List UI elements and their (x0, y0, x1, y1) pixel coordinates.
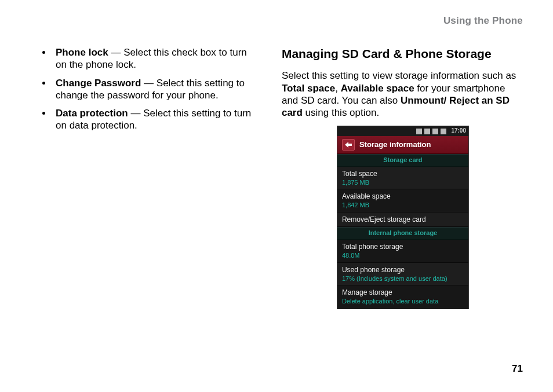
right-column: Managing SD Card & Phone Storage Select … (282, 46, 524, 309)
battery-icon (441, 129, 446, 134)
bullet-item: Change Password — Select this setting to… (52, 77, 259, 102)
page-number: 71 (512, 363, 523, 375)
row-label: Used phone storage (342, 266, 464, 274)
available-space-row[interactable]: Available space 1,842 MB (337, 189, 468, 213)
row-value: 48.0M (342, 252, 464, 260)
bullet-item: Phone lock — Select this check box to tu… (52, 46, 259, 71)
section-header-label: Using the Phone (443, 15, 523, 27)
row-label: Remove/Eject storage card (342, 215, 464, 224)
row-value: Delete application, clear user data (342, 298, 464, 306)
text-run: , (335, 83, 340, 94)
internal-storage-section-header: Internal phone storage (337, 227, 468, 240)
phone-screenshot: 17:00 Storage information Storage card T… (337, 126, 469, 309)
bullet-term: Phone lock (56, 47, 108, 58)
phone-status-bar: 17:00 (337, 126, 468, 136)
section-paragraph: Select this setting to view storage info… (282, 69, 524, 119)
row-value: 17% (Includes system and user data) (342, 275, 464, 283)
bullet-list: Phone lock — Select this check box to tu… (35, 46, 259, 132)
signal-icon (416, 129, 422, 134)
network-icon (424, 129, 430, 134)
wifi-icon (432, 129, 438, 134)
total-space-row[interactable]: Total space 1,875 MB (337, 167, 468, 190)
text-bold: Available space (341, 83, 414, 94)
bullet-term: Data protection (56, 108, 128, 119)
status-time: 17:00 (451, 127, 466, 135)
back-icon[interactable] (342, 139, 355, 151)
two-column-layout: Phone lock — Select this check box to tu… (35, 46, 524, 309)
text-run: Select this setting to view storage info… (282, 70, 516, 81)
bullet-term: Change Password (56, 78, 141, 89)
storage-card-section-header: Storage card (337, 154, 468, 167)
remove-eject-row[interactable]: Remove/Eject storage card (337, 213, 468, 227)
section-heading: Managing SD Card & Phone Storage (282, 46, 524, 61)
row-label: Total phone storage (342, 243, 464, 251)
row-value: 1,842 MB (342, 202, 464, 210)
text-run: using this option. (303, 107, 379, 118)
used-phone-storage-row[interactable]: Used phone storage 17% (Includes system … (337, 263, 468, 286)
row-label: Total space (342, 170, 464, 178)
total-phone-storage-row[interactable]: Total phone storage 48.0M (337, 240, 468, 263)
row-value: 1,875 MB (342, 179, 464, 187)
bullet-item: Data protection — Select this setting to… (52, 107, 259, 132)
phone-title-bar[interactable]: Storage information (337, 136, 468, 154)
row-label: Manage storage (342, 288, 464, 297)
manual-page: Using the Phone Phone lock — Select this… (0, 0, 553, 392)
left-column: Phone lock — Select this check box to tu… (35, 46, 259, 309)
text-bold: Total space (282, 83, 335, 94)
row-label: Available space (342, 192, 464, 201)
phone-title: Storage information (359, 140, 431, 149)
manage-storage-row[interactable]: Manage storage Delete application, clear… (337, 285, 468, 309)
